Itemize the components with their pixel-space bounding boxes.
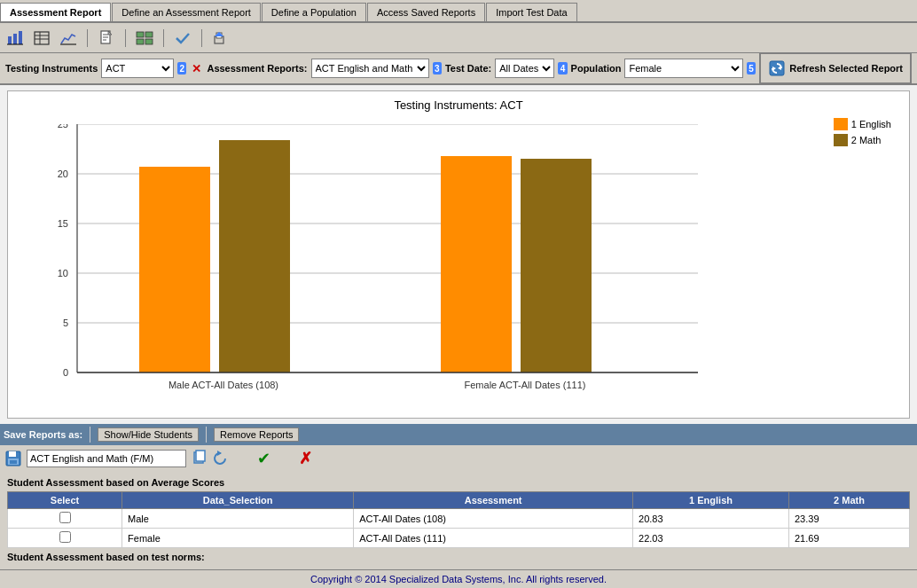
legend-color-math bbox=[834, 134, 848, 146]
refresh-button[interactable]: Refresh Selected Report bbox=[759, 52, 912, 84]
legend-item-math: 2 Math bbox=[834, 134, 891, 146]
bottom-section: Save Reports as: Show/Hide Students Remo… bbox=[0, 424, 917, 568]
chart-legend: 1 English 2 Math bbox=[834, 118, 891, 146]
show-hide-button[interactable]: Show/Hide Students bbox=[98, 427, 199, 442]
legend-color-english bbox=[834, 118, 848, 130]
table-section: Student Assessment based on Average Scor… bbox=[0, 472, 917, 568]
row1-math: 23.39 bbox=[789, 509, 910, 529]
save-input-row: ✔ ✗ bbox=[0, 445, 917, 472]
filter-bar: Testing Instruments ACT 2 ✕ Assessment R… bbox=[0, 53, 917, 85]
bar-female-math bbox=[521, 159, 592, 372]
bar-male-math bbox=[219, 140, 290, 372]
export-icon[interactable] bbox=[211, 28, 231, 48]
row2-english: 22.03 bbox=[633, 529, 789, 548]
assessment-reports-select[interactable]: ACT English and Math bbox=[311, 59, 429, 78]
chart-area: Testing Instruments: ACT 1 English 2 Mat… bbox=[7, 90, 910, 419]
svg-rect-15 bbox=[145, 32, 153, 37]
toolbar-separator-1 bbox=[87, 29, 88, 47]
tab-access-saved[interactable]: Access Saved Reports bbox=[367, 3, 485, 21]
table-icon[interactable] bbox=[32, 28, 51, 48]
confirm-icon[interactable]: ✔ bbox=[257, 449, 270, 468]
row2-data-selection: Female bbox=[122, 529, 354, 548]
legend-item-english: 1 English bbox=[834, 118, 891, 130]
footer-text: Copyright © 2014 Specialized Data System… bbox=[310, 574, 607, 584]
svg-text:5: 5 bbox=[63, 318, 68, 328]
refresh-icon bbox=[768, 59, 786, 77]
save-icon[interactable] bbox=[5, 451, 21, 466]
svg-text:15: 15 bbox=[58, 218, 68, 229]
svg-text:20: 20 bbox=[58, 169, 68, 179]
svg-rect-4 bbox=[35, 32, 49, 44]
checkmark-icon[interactable] bbox=[173, 28, 192, 48]
legend-label-math: 2 Math bbox=[851, 135, 882, 145]
bar-separator-2 bbox=[206, 427, 207, 443]
toolbar-separator-2 bbox=[125, 29, 126, 47]
svg-rect-16 bbox=[137, 39, 144, 44]
population-label: Population bbox=[571, 63, 622, 74]
test-date-select[interactable]: All Dates bbox=[495, 59, 554, 78]
svg-rect-14 bbox=[137, 32, 144, 37]
graph-line-icon[interactable] bbox=[59, 28, 78, 48]
row2-assessment: ACT-All Dates (111) bbox=[354, 529, 633, 548]
svg-text:Female ACT-All Dates (111): Female ACT-All Dates (111) bbox=[465, 380, 586, 390]
filter-num-4: 5 bbox=[747, 62, 756, 74]
save-bar: Save Reports as: Show/Hide Students Remo… bbox=[0, 424, 917, 445]
svg-text:10: 10 bbox=[58, 268, 68, 278]
table-header: Student Assessment based on Average Scor… bbox=[7, 477, 910, 488]
test-norms-label: Student Assessment based on test norms: bbox=[7, 552, 910, 562]
population-select[interactable]: Female bbox=[624, 59, 742, 78]
tab-define-population[interactable]: Define a Population bbox=[262, 3, 366, 21]
svg-marker-46 bbox=[217, 451, 222, 456]
col-assessment: Assessment bbox=[354, 492, 633, 509]
tab-define-assessment[interactable]: Define an Assessment Report bbox=[112, 3, 261, 21]
grid-icon[interactable] bbox=[135, 28, 154, 48]
chart-container: Testing Instruments: ACT 1 English 2 Mat… bbox=[0, 85, 917, 424]
remove-reports-button[interactable]: Remove Reports bbox=[214, 427, 300, 442]
row2-math: 21.69 bbox=[789, 529, 910, 548]
cancel-icon[interactable]: ✗ bbox=[299, 449, 312, 468]
toolbar bbox=[0, 23, 917, 53]
testing-instruments-select[interactable]: ACT bbox=[101, 59, 174, 78]
bar-female-english bbox=[441, 156, 512, 372]
chart-bar-icon[interactable] bbox=[5, 28, 25, 48]
svg-text:Male ACT-All Dates (108): Male ACT-All Dates (108) bbox=[169, 380, 278, 390]
svg-rect-0 bbox=[8, 36, 12, 44]
table-row: Male ACT-All Dates (108) 20.83 23.39 bbox=[8, 509, 910, 529]
svg-text:0: 0 bbox=[63, 367, 68, 378]
tab-import-test[interactable]: Import Test Data bbox=[486, 3, 577, 21]
assessment-reports-label: Assessment Reports: bbox=[207, 63, 307, 74]
chart-svg: 0 5 10 15 20 25 Male ACT-All Dates (108) bbox=[33, 124, 725, 390]
col-english: 1 English bbox=[633, 492, 789, 509]
svg-rect-2 bbox=[19, 31, 22, 44]
footer: Copyright © 2014 Specialized Data System… bbox=[0, 569, 917, 588]
filter-num-3: 4 bbox=[558, 62, 567, 74]
filter-num-2: 3 bbox=[433, 62, 442, 74]
bar-male-english bbox=[139, 167, 210, 372]
document-icon[interactable] bbox=[97, 28, 116, 48]
svg-rect-17 bbox=[145, 39, 153, 44]
legend-label-english: 1 English bbox=[851, 119, 891, 129]
svg-rect-41 bbox=[9, 451, 16, 457]
filter-num-1: 2 bbox=[177, 62, 186, 74]
svg-rect-45 bbox=[196, 451, 205, 461]
row1-checkbox[interactable] bbox=[59, 512, 71, 523]
svg-text:25: 25 bbox=[58, 124, 68, 129]
testing-instruments-label: Testing Instruments bbox=[5, 63, 98, 74]
save-reports-label: Save Reports as: bbox=[4, 429, 82, 440]
svg-rect-1 bbox=[13, 34, 17, 44]
table-row: Female ACT-All Dates (111) 22.03 21.69 bbox=[8, 529, 910, 548]
bar-separator-1 bbox=[90, 427, 90, 443]
row2-checkbox[interactable] bbox=[59, 531, 71, 543]
col-data-selection: Data_Selection bbox=[122, 492, 354, 509]
copy-icon[interactable] bbox=[192, 450, 208, 468]
col-math: 2 Math bbox=[789, 492, 910, 509]
tab-bar: Assessment Report Define an Assessment R… bbox=[0, 0, 917, 23]
undo-icon[interactable] bbox=[213, 450, 229, 468]
data-table: Select Data_Selection Assessment 1 Engli… bbox=[7, 491, 910, 548]
save-name-input[interactable] bbox=[27, 450, 186, 467]
refresh-label: Refresh Selected Report bbox=[789, 63, 903, 74]
tab-assessment-report[interactable]: Assessment Report bbox=[0, 3, 111, 21]
row1-data-selection: Male bbox=[122, 509, 354, 529]
svg-rect-43 bbox=[10, 460, 17, 464]
filter-clear-1[interactable]: ✕ bbox=[190, 62, 203, 75]
